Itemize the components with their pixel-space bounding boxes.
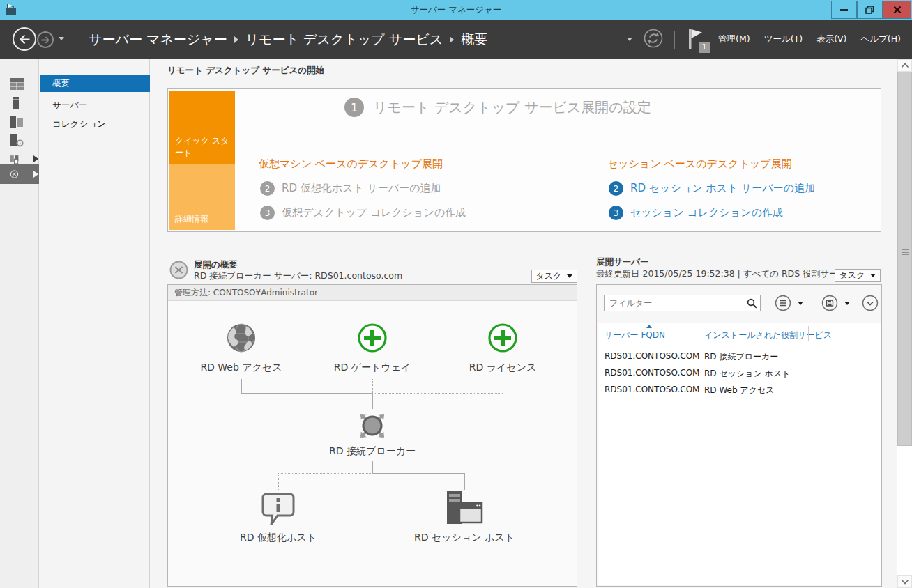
step-label[interactable]: RD セッション ホスト サーバーの追加 (630, 182, 815, 195)
connector-line (241, 393, 372, 394)
step-label[interactable]: セッション コレクションの作成 (630, 206, 783, 219)
navigation-bar: サーバー マネージャー リモート デスクトップ サービス 概要 1 (0, 20, 912, 59)
remote-desktop-services-icon (10, 166, 19, 183)
title-bar: サーバー マネージャー (0, 0, 912, 20)
rd-gateway-add-icon[interactable] (356, 322, 388, 357)
servers-table: サーバー FQDN インストールされた役割サービス RDS01.CONTOSO.… (598, 323, 881, 585)
back-button[interactable] (13, 27, 36, 51)
chevron-up-icon (901, 63, 909, 68)
sidebar-item-file-storage-services[interactable] (0, 131, 39, 150)
breadcrumb-item-server-manager[interactable]: サーバー マネージャー (89, 31, 227, 49)
local-server-icon (10, 97, 22, 109)
save-icon (821, 295, 838, 311)
sidebar-item-dashboard[interactable] (0, 75, 39, 93)
deployment-servers-title: 展開サーバー (596, 256, 649, 268)
file-storage-services-icon (10, 134, 24, 147)
tab-quick-start[interactable]: クイック スタート (169, 91, 235, 164)
minimize-button[interactable] (831, 1, 857, 19)
tasks-dropdown-icon (567, 274, 572, 278)
sidebar-item-remote-desktop-services[interactable] (0, 164, 39, 184)
rd-gateway-label: RD ゲートウェイ (334, 362, 411, 374)
step-number-badge: 2 (609, 181, 623, 196)
menu-view[interactable]: 表示(V) (815, 31, 848, 48)
step-add-rd-session-host[interactable]: 2 RD セッション ホスト サーバーの追加 (609, 181, 815, 196)
rd-connection-broker-node-icon[interactable] (356, 409, 389, 445)
expand-panel-button[interactable] (862, 295, 879, 311)
sidebar-item-overview[interactable]: 概要 (40, 75, 150, 92)
step-label: 仮想デスクトップ コレクションの作成 (282, 206, 466, 219)
table-row[interactable]: RDS01.CONTOSO.COM RD セッション ホスト (598, 365, 881, 382)
rd-web-access-node-icon[interactable] (225, 322, 257, 357)
section-title-getting-started: リモート デスクトップ サービスの開始 (167, 65, 324, 77)
sidebar-item-local-server[interactable] (0, 93, 39, 112)
filter-list-button[interactable] (775, 295, 791, 311)
menu-manage[interactable]: 管理(M) (717, 31, 752, 48)
save-query-dropdown-icon[interactable] (844, 302, 850, 305)
save-query-button[interactable] (821, 295, 838, 311)
rd-virtualization-host-label: RD 仮想化ホスト (240, 532, 317, 544)
nav-history-dropdown-icon[interactable] (59, 37, 64, 40)
breadcrumb-dropdown-icon[interactable] (627, 38, 632, 41)
sidebar-item-collections[interactable]: コレクション (40, 115, 150, 132)
breadcrumb-separator-icon (450, 36, 454, 43)
column-header-installed-role-services[interactable]: インストールされた役割サービス (704, 330, 832, 341)
breadcrumb-item-overview[interactable]: 概要 (461, 31, 487, 49)
connector-line (372, 461, 373, 473)
restore-button[interactable] (857, 1, 883, 19)
overview-tasks-button[interactable]: タスク (531, 270, 577, 283)
tab-learn-more[interactable]: 詳細情報 (169, 164, 235, 230)
deployment-overview-subtitle: RD 接続ブローカー サーバー: RDS01.contoso.com (194, 270, 402, 282)
tab-learn-more-label: 詳細情報 (175, 213, 208, 225)
rd-licensing-add-icon[interactable] (487, 322, 519, 357)
servers-tasks-button[interactable]: タスク (835, 269, 881, 282)
search-icon (747, 298, 757, 311)
tasks-dropdown-icon (870, 274, 876, 277)
scrollbar-thumb[interactable] (897, 72, 912, 446)
window-title: サーバー マネージャー (411, 4, 502, 16)
forward-button[interactable] (37, 31, 54, 48)
sidebar-item-all-servers[interactable] (0, 112, 39, 131)
all-servers-icon (10, 116, 24, 128)
rd-virtualization-host-node-icon[interactable] (260, 491, 296, 532)
menu-help[interactable]: ヘルプ(H) (859, 31, 902, 48)
flyout-arrow-icon[interactable] (23, 168, 39, 181)
step-create-session-collection[interactable]: 3 セッション コレクションの作成 (609, 206, 783, 220)
hosted-servers-icon (10, 153, 19, 166)
connector-line (464, 473, 465, 490)
close-button[interactable] (883, 1, 911, 19)
link-session-based-deployment[interactable]: セッション ベースのデスクトップ展開 (607, 157, 792, 171)
sort-ascending-icon (646, 325, 652, 328)
step-create-virtual-desktop-collection: 3 仮想デスクトップ コレクションの作成 (260, 206, 466, 220)
column-separator[interactable] (699, 326, 699, 341)
main-content: リモート デスクトップ サービスの開始 クイック スタート 詳細情報 1 リモー… (151, 59, 897, 588)
refresh-button[interactable] (644, 29, 663, 51)
chevron-down-icon (901, 579, 909, 585)
table-row[interactable]: RDS01.CONTOSO.COM RD 接続ブローカー (598, 348, 881, 365)
link-vm-based-deployment[interactable]: 仮想マシン ベースのデスクトップ展開 (259, 157, 443, 171)
column-header-server-fqdn[interactable]: サーバー FQDN (605, 330, 665, 341)
step-1-title[interactable]: リモート デスクトップ サービス展開の設定 (373, 98, 651, 117)
sidebar-item-servers[interactable]: サーバー (40, 96, 150, 114)
breadcrumb-item-rds[interactable]: リモート デスクトップ サービス (245, 31, 443, 49)
vertical-scrollbar[interactable] (897, 59, 912, 588)
rd-session-host-node-icon[interactable] (445, 491, 484, 530)
tasks-button-label: タスク (839, 270, 865, 281)
column-separator[interactable] (808, 326, 809, 341)
step-add-rd-virtualization-host: 2 RD 仮想化ホスト サーバーの追加 (260, 181, 441, 196)
quickstart-panel: クイック スタート 詳細情報 1 リモート デスクトップ サービス展開の設定 仮… (167, 88, 881, 232)
step-number-badge: 3 (260, 206, 275, 220)
filter-input[interactable] (604, 295, 761, 311)
close-icon (893, 3, 902, 17)
nav-toolbar: 1 管理(M) ツール(T) 表示(V) ヘルプ(H) (627, 20, 902, 59)
tab-quick-start-label: クイック スタート (175, 135, 235, 159)
connector-line (503, 379, 503, 393)
notifications-flag-button[interactable]: 1 (686, 28, 706, 52)
step-number-badge: 2 (260, 181, 275, 196)
scroll-down-button[interactable] (897, 575, 912, 588)
cell-server-fqdn: RDS01.CONTOSO.COM (605, 368, 699, 378)
menu-tools[interactable]: ツール(T) (763, 31, 804, 48)
filter-list-dropdown-icon[interactable] (798, 302, 803, 305)
sidebar-icon-strip (0, 59, 39, 588)
table-row[interactable]: RDS01.CONTOSO.COM RD Web アクセス (598, 382, 881, 399)
scroll-up-button[interactable] (897, 59, 912, 72)
